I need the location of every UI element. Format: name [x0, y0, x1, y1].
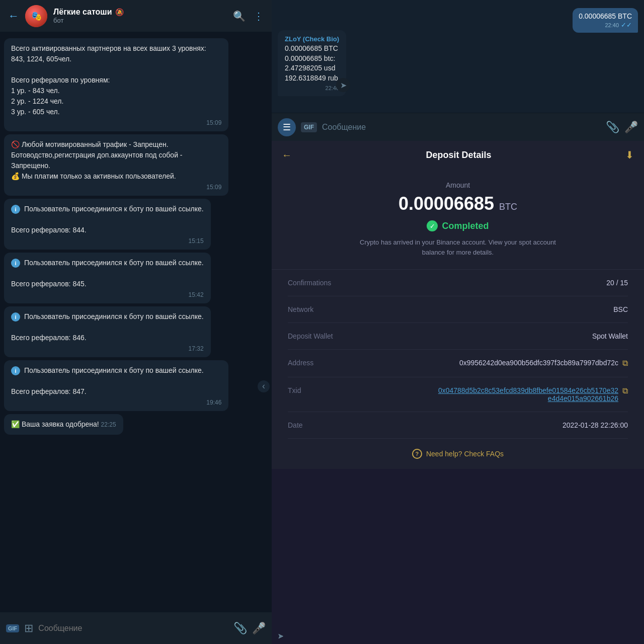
status-row: ✓ Completed	[288, 220, 628, 231]
double-check-icon: ✓✓	[621, 21, 632, 29]
message-bubble-info: i Пользователь присоединился к боту по в…	[4, 199, 211, 250]
txid-label: Txid	[288, 386, 358, 394]
copy-txid-button[interactable]: ⧉	[622, 386, 628, 395]
message-time: 15:09	[206, 184, 221, 191]
message-time: 19:46	[206, 399, 221, 406]
network-value: BSC	[613, 305, 628, 313]
mic-icon[interactable]: 🎤	[252, 622, 266, 635]
message-placeholder[interactable]: Сообщение	[322, 123, 601, 132]
search-icon[interactable]: 🔍	[233, 10, 246, 22]
message-input[interactable]	[38, 624, 228, 633]
deposit-details-section: ← Deposit Details ⬇ Amount 0.00006685 BT…	[272, 141, 644, 644]
attach-icon[interactable]: 📎	[606, 121, 619, 134]
status-badge: Completed	[442, 221, 489, 231]
date-value: 2022-01-28 22:26:00	[562, 421, 628, 429]
list-item: i Пользователь присоединился к боту по в…	[4, 360, 268, 412]
right-panel: 0.00006685 BTC 22:40 ✓✓ ZLoY (Check Bio)…	[272, 0, 644, 644]
outgoing-text: 0.00006685 BTC	[579, 12, 632, 20]
message-bubble: 🚫 Любой мотивированный трафик - Запрещен…	[4, 134, 228, 196]
right-input-bar: ☰ GIF Сообщение 📎 🎤	[272, 113, 644, 141]
sticker-icon[interactable]: ⊞	[24, 622, 33, 635]
gif-icon[interactable]: GIF	[301, 122, 317, 132]
message-bubble: Всего активированных партнеров на всех в…	[4, 38, 228, 131]
confirmations-row: Confirmations 20 / 15	[288, 270, 628, 296]
txid-value: 0x04788d5b2c8c53efcd839db8fbefe01584e26c…	[437, 386, 628, 403]
confirmations-value: 20 / 15	[606, 279, 628, 287]
attach-icon[interactable]: 📎	[233, 622, 247, 635]
telegram-chat-panel: ← 🎭 Лёгкие сатоши 🔕 бот 🔍 ⋮ Всего активи…	[0, 0, 272, 644]
chat-name: Лёгкие сатоши 🔕	[53, 8, 227, 17]
list-item: ✅ Ваша заявка одобрена! 22:25 ➤	[4, 414, 268, 436]
info-icon: i	[11, 205, 20, 214]
help-link[interactable]: ? Need help? Check FAQs	[412, 449, 504, 459]
message-meta: 15:15	[11, 237, 204, 245]
collapse-icon[interactable]: ‹	[258, 380, 270, 392]
help-text: Need help? Check FAQs	[426, 450, 504, 458]
deposit-details-list: Confirmations 20 / 15 Network BSC Deposi…	[272, 270, 644, 439]
amount-unit: BTC	[499, 202, 517, 212]
check-circle-icon: ✓	[427, 220, 438, 231]
more-icon[interactable]: ⋮	[254, 10, 264, 22]
download-button[interactable]: ⬇	[625, 149, 634, 161]
sender-name: ZLoY (Check Bio)	[285, 35, 339, 43]
avatar: 🎭	[25, 5, 47, 27]
message-meta: 15:09	[11, 184, 221, 191]
message-time: 15:42	[189, 291, 204, 298]
copy-address-button[interactable]: ⧉	[622, 359, 628, 368]
confirmations-label: Confirmations	[288, 279, 358, 287]
deposit-wallet-label: Deposit Wallet	[288, 332, 358, 340]
message-meta: 19:46	[11, 399, 221, 406]
txid-link[interactable]: 0x04788d5b2c8c53efcd839db8fbefe01584e26c…	[437, 386, 618, 403]
message-text: Всего активированных партнеров на всех в…	[11, 43, 221, 117]
message-input-bar: GIF ⊞ 📎 🎤	[0, 612, 272, 644]
list-item: 🚫 Любой мотивированный трафик - Запрещен…	[4, 134, 268, 197]
network-row: Network BSC	[288, 296, 628, 323]
message-text: i Пользователь присоединился к боту по в…	[11, 204, 204, 235]
deposit-amount-section: Amount 0.00006685 BTC ✓ Completed Crypto…	[272, 169, 644, 270]
chat-background: 0.00006685 BTC 22:40 ✓✓ ZLoY (Check Bio)…	[272, 0, 644, 113]
back-button[interactable]: ←	[8, 10, 19, 23]
header-actions: 🔍 ⋮	[233, 10, 264, 22]
gif-button[interactable]: GIF	[6, 624, 19, 632]
deposit-description: Crypto has arrived in your Binance accou…	[357, 237, 558, 257]
deposit-wallet-row: Deposit Wallet Spot Wallet	[288, 323, 628, 350]
incoming-meta: 22:40	[285, 85, 339, 91]
chat-messages: Всего активированных партнеров на всех в…	[0, 32, 272, 612]
list-item: i Пользователь присоединился к боту по в…	[4, 199, 268, 251]
date-label: Date	[288, 421, 358, 429]
message-bubble-info: i Пользователь присоединился к боту по в…	[4, 306, 211, 357]
message-meta: 15:42	[11, 291, 204, 298]
chat-header: ← 🎭 Лёгкие сатоши 🔕 бот 🔍 ⋮	[0, 0, 272, 32]
mute-icon: 🔕	[115, 8, 124, 16]
chat-status: бот	[53, 17, 227, 24]
outgoing-message: 0.00006685 BTC 22:40 ✓✓	[573, 8, 638, 33]
address-label: Address	[288, 359, 358, 367]
deposit-title: Deposit Details	[298, 150, 619, 160]
message-text: i Пользователь присоединился к боту по в…	[11, 311, 204, 343]
message-bubble-info: i Пользователь присоединился к боту по в…	[4, 253, 211, 303]
list-item: i Пользователь присоединился к боту по в…	[4, 253, 268, 304]
message-time: 15:15	[189, 237, 204, 245]
network-label: Network	[288, 305, 358, 313]
avatar-image: 🎭	[25, 5, 47, 27]
list-item: i Пользователь присоединился к боту по в…	[4, 306, 268, 358]
message-meta: 15:09	[11, 119, 221, 126]
incoming-message: ZLoY (Check Bio) 0.00006685 BTC 0.000066…	[278, 30, 346, 96]
amount-label: Amount	[288, 181, 628, 189]
mic-icon[interactable]: 🎤	[624, 121, 638, 134]
deposit-wallet-value: Spot Wallet	[592, 332, 628, 340]
date-row: Date 2022-01-28 22:26:00	[288, 412, 628, 439]
info-icon: i	[11, 259, 20, 268]
info-icon: i	[11, 312, 20, 321]
menu-icon[interactable]: ☰	[278, 118, 296, 136]
message-time: 15:09	[206, 119, 221, 126]
message-text: 🚫 Любой мотивированный трафик - Запрещен…	[11, 139, 221, 182]
message-time: 17:32	[189, 345, 204, 352]
message-bubble-info: i Пользователь присоединился к боту по в…	[4, 360, 228, 411]
list-item: Всего активированных партнеров на всех в…	[4, 38, 268, 132]
deposit-back-button[interactable]: ←	[282, 149, 292, 161]
message-text: i Пользователь присоединился к боту по в…	[11, 258, 204, 289]
deposit-footer: ? Need help? Check FAQs	[272, 439, 644, 469]
address-value: 0x9956242d0ea900b56dfc397f3cb89a7997dbd7…	[459, 359, 628, 368]
help-icon: ?	[412, 449, 422, 459]
